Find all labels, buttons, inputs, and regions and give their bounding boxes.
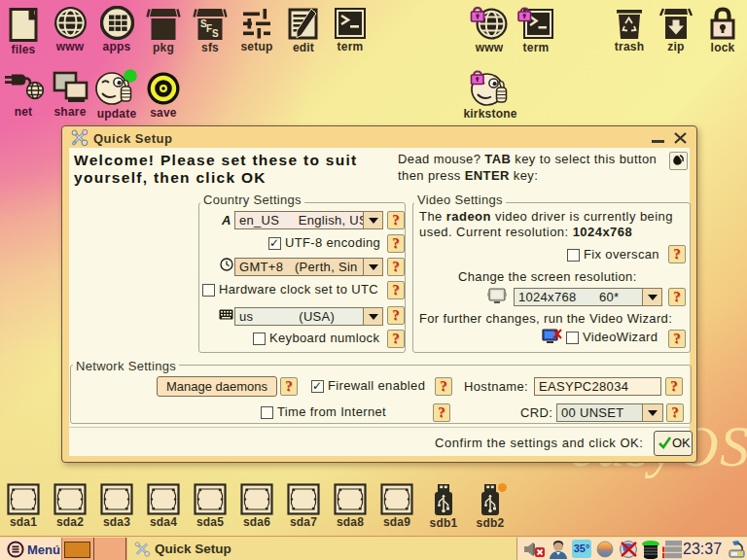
svg-text:S: S: [212, 28, 219, 39]
